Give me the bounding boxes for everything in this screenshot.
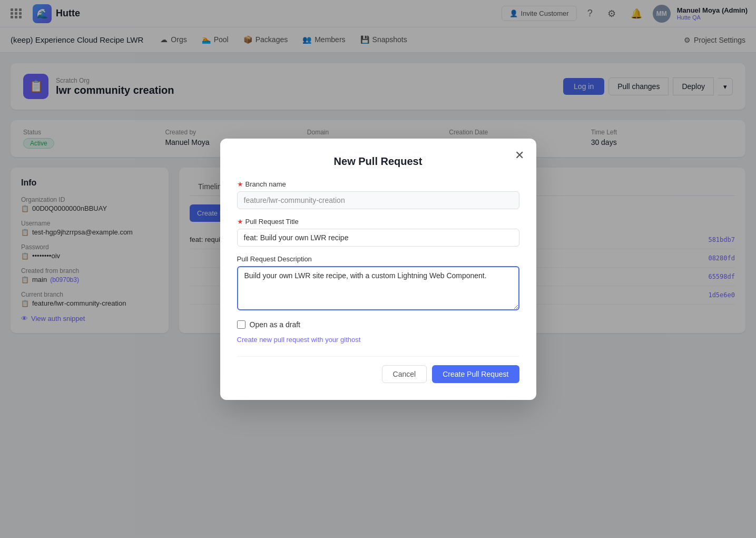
draft-label[interactable]: Open as a draft	[250, 320, 301, 329]
pr-title-input[interactable]	[237, 229, 519, 247]
branch-name-field: ★ Branch name	[237, 180, 519, 209]
pr-title-field: ★ Pull Request Title	[237, 218, 519, 247]
pr-description-label: Pull Request Description	[237, 255, 519, 263]
branch-name-input[interactable]	[237, 191, 519, 209]
githost-link[interactable]: Create new pull request with your githos…	[237, 336, 361, 344]
modal-close-button[interactable]: ✕	[511, 147, 528, 164]
pr-title-label: ★ Pull Request Title	[237, 218, 519, 226]
pr-description-field: Pull Request Description Build your own …	[237, 255, 519, 312]
draft-checkbox-row: Open as a draft	[237, 320, 519, 329]
branch-name-label: ★ Branch name	[237, 180, 519, 188]
new-pull-request-modal: ✕ New Pull Request ★ Branch name ★ Pull …	[220, 139, 536, 344]
modal-overlay[interactable]: ✕ New Pull Request ★ Branch name ★ Pull …	[0, 0, 756, 344]
modal-title: New Pull Request	[237, 155, 519, 168]
draft-checkbox[interactable]	[237, 320, 246, 329]
pr-description-textarea[interactable]: Build your own LWR site recipe, with a c…	[237, 266, 519, 310]
